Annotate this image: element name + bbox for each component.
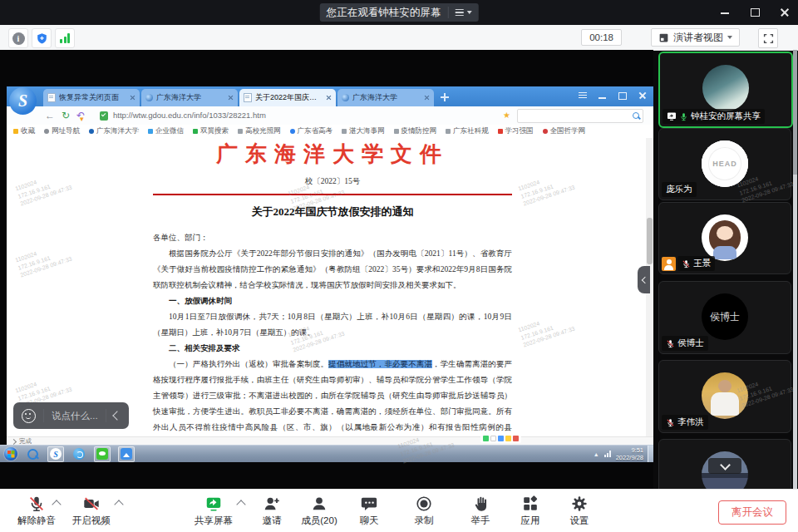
browser-minimize-button[interactable] [598, 91, 607, 100]
windows-taskbar: S ▲ 9:51 2022/9/28 [0, 445, 653, 462]
bookmark-item[interactable]: 高校光照网 [238, 126, 281, 136]
quick-chat-bubble[interactable]: 说点什么... [13, 402, 129, 429]
participant-label: 侯博士 [662, 336, 708, 351]
taskbar-clock[interactable]: 9:51 2022/9/28 [616, 446, 643, 461]
bookmark-item[interactable]: 疫情防控网 [394, 126, 437, 136]
participants-scrollbar[interactable] [793, 50, 797, 489]
settings-button[interactable]: 设置 [553, 494, 606, 527]
taskbar-app-icon[interactable] [71, 447, 86, 461]
participant-tile-partial[interactable] [658, 439, 791, 489]
chat-input-placeholder[interactable]: 说点什么... [52, 410, 98, 422]
start-video-button[interactable]: 开启视频 [65, 494, 118, 527]
new-tab-button[interactable] [441, 93, 449, 101]
meeting-info-button[interactable]: i [8, 28, 28, 48]
network-status-button[interactable] [55, 28, 75, 48]
bookmark-item[interactable]: 学习强国 [498, 126, 534, 136]
emoji-icon[interactable] [22, 409, 36, 423]
bookmark-star-icon[interactable]: ★ [503, 111, 510, 121]
scrollbar-thumb[interactable] [793, 50, 797, 175]
browser-maximize-button[interactable] [618, 91, 627, 100]
browser-menu-icon[interactable] [579, 91, 587, 100]
fullscreen-button[interactable] [758, 28, 778, 48]
refresh-icon[interactable]: ↻ [62, 109, 70, 122]
avatar [702, 65, 749, 111]
collapse-chevron-icon[interactable] [112, 411, 121, 420]
participant-tile[interactable]: HEAD 庞乐为 [658, 128, 791, 200]
bookmark-item[interactable]: 广东海洋大学 [89, 126, 139, 136]
participant-tile[interactable]: 侯博士 侯博士 [658, 281, 791, 354]
bookmark-item[interactable]: 全国哲学网 [543, 126, 586, 136]
browser-navbar: ← ↻ ↶ ▾ http://wtw.gdou.edu.cn/info/1033… [7, 106, 653, 126]
view-mode-button[interactable]: 演讲者视图 [651, 28, 740, 47]
bookmark-item[interactable]: 湛大海事网 [342, 126, 385, 136]
address-bar[interactable]: http://wtw.gdou.edu.cn/info/1033/28221.h… [113, 111, 266, 120]
banner-menu-icon[interactable] [455, 9, 463, 17]
security-button[interactable] [32, 28, 52, 48]
unmute-button[interactable]: 解除静音 [10, 494, 63, 527]
raise-hand-button[interactable]: 举手 [454, 494, 507, 527]
tab-close-icon[interactable] [326, 95, 332, 101]
record-icon [415, 495, 433, 513]
ime-toolbar[interactable] [480, 433, 521, 443]
taskbar-sogou-browser-icon[interactable]: S [47, 446, 64, 462]
control-label: 开启视频 [65, 515, 118, 527]
members-button[interactable]: 成员(20) [293, 494, 346, 527]
share-screen-button[interactable]: 共享屏幕 [187, 494, 240, 527]
chat-button[interactable]: 聊天 [342, 494, 396, 527]
avatar: HEAD [702, 140, 748, 187]
scroll-participants-button[interactable] [708, 458, 741, 474]
back-icon[interactable]: ← [45, 109, 55, 122]
participant-name: 李伟洪 [677, 416, 704, 428]
invite-button[interactable]: 邀请 [245, 494, 298, 527]
scrollbar-thumb[interactable] [647, 218, 653, 264]
network-icon[interactable] [604, 451, 611, 457]
browser-close-button[interactable] [638, 91, 647, 100]
bookmark-item[interactable]: 收藏 [13, 126, 35, 136]
maximize-button[interactable] [750, 7, 760, 17]
participant-label: 王景 [677, 256, 715, 271]
bookmark-item[interactable]: 企业微信 [148, 126, 184, 136]
browser-tab[interactable]: 广东海洋大学 [337, 89, 434, 106]
taskbar-search-icon[interactable] [25, 447, 40, 461]
tray-expand-icon[interactable]: ▲ [594, 451, 599, 457]
taskbar-meeting-app-icon[interactable] [118, 446, 135, 462]
browser-logo-icon[interactable]: S [9, 87, 37, 115]
site-safety-icon[interactable] [100, 111, 108, 121]
participant-tile[interactable]: 王景 [658, 202, 791, 274]
bookmark-item[interactable]: 广东省高考 [290, 126, 333, 136]
watching-banner[interactable]: 您正在观看钟桂安的屏幕 [320, 3, 479, 22]
leave-meeting-button[interactable]: 离开会议 [718, 500, 786, 525]
mic-muted-icon [666, 339, 675, 348]
taskbar-wechat-icon[interactable] [94, 446, 111, 462]
show-desktop-button[interactable] [648, 446, 653, 462]
paragraph: 10月1日至7日放假调休，共7天；10月8日（星期六）上班，补10月6日（星期四… [153, 309, 512, 341]
browser-tab[interactable]: 恢复异常关闭页面 [43, 89, 140, 106]
avatar: 侯博士 [702, 293, 748, 340]
start-button[interactable] [4, 447, 17, 461]
tab-close-icon[interactable] [228, 95, 234, 101]
shield-plus-icon [36, 32, 48, 45]
browser-tab[interactable]: 广东海洋大学 [141, 89, 238, 106]
tab-close-icon[interactable] [424, 95, 430, 101]
close-button[interactable] [780, 7, 790, 17]
bookmark-item[interactable]: 广东社科规 [446, 126, 489, 136]
side-panel-handle[interactable] [638, 266, 650, 293]
home-icon[interactable]: ▾ [80, 112, 84, 126]
participant-tile[interactable]: 李伟洪 [658, 360, 791, 433]
minimize-button[interactable] [720, 7, 730, 17]
chevron-right-icon [11, 438, 17, 444]
record-button[interactable]: 录制 [397, 494, 451, 527]
apps-button[interactable]: 应用 [504, 494, 557, 527]
participant-label: 李伟洪 [662, 415, 708, 430]
browser-tab-active[interactable]: 关于2022年国庆节放假… [239, 89, 336, 106]
control-label: 举手 [454, 515, 507, 527]
bookmark-item[interactable]: 双翼搜索 [193, 126, 229, 136]
bookmark-item[interactable]: 网址导航 [44, 126, 80, 136]
control-label: 应用 [504, 515, 557, 527]
tab-close-icon[interactable] [130, 95, 135, 101]
participant-tile-sharing[interactable]: 钟桂安的屏幕共享 [658, 52, 793, 128]
tab-title: 广东海洋大学 [352, 92, 421, 103]
divider [447, 7, 448, 18]
title-bar: 您正在观看钟桂安的屏幕 [0, 0, 798, 25]
browser-search-box[interactable] [517, 109, 643, 123]
